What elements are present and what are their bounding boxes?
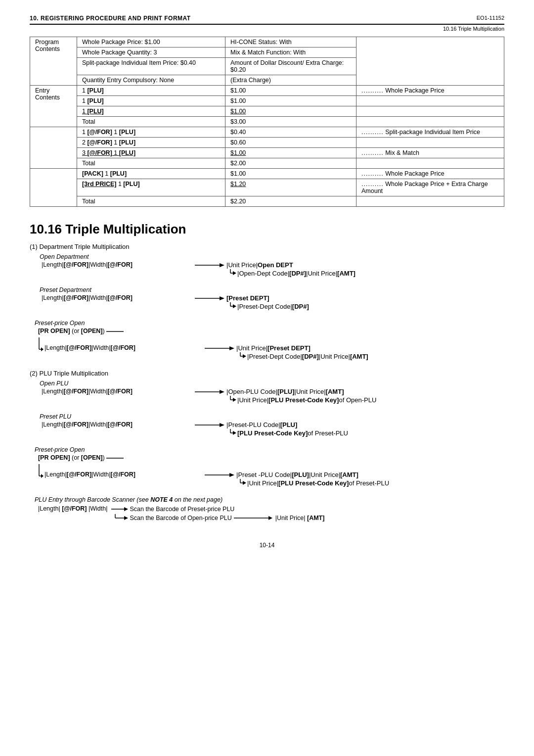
- preset-price-open-2-outputs: |Preset -PLU Code| [PLU] |Unit Price| [A…: [236, 471, 389, 487]
- table-row: [PACK] 1 [PLU] $1.00 .......... Whole Pa…: [30, 169, 504, 179]
- for-row3-note: .......... Mix & Match: [356, 148, 504, 158]
- barcode-line1: Scan the Barcode of Preset-price PLU: [111, 505, 324, 513]
- preset-price-open-2-label1: Preset-price Open: [35, 446, 504, 453]
- entry-row2-note: [356, 96, 504, 106]
- program-label: ProgramContents: [30, 37, 77, 86]
- for-row1-note: .......... Split-package Individual Item…: [356, 127, 504, 138]
- for-total-entry: Total: [77, 158, 225, 169]
- arrow-down-right-icon: [226, 429, 236, 437]
- table-row: Total $3.00: [30, 117, 504, 127]
- short-line-icon: [106, 454, 126, 462]
- open-plu-outputs: |Open-PLU Code| [PLU] |Unit Price| [AMT]…: [226, 388, 376, 404]
- preset-plu-block: Preset PLU |Length| [@/FOR] |Width| [@/F…: [35, 413, 504, 437]
- svg-marker-25: [220, 423, 224, 427]
- barcode-intro: PLU Entry through Barcode Scanner (see N…: [35, 496, 504, 503]
- open-plu-output-2: |Unit Price| [PLU Preset-Code Key] of Op…: [226, 396, 376, 404]
- pack-row2-note: .......... Whole Package Price + Extra C…: [356, 179, 504, 196]
- for-row3-entry: 3 [@/FOR] 1 [PLU]: [77, 148, 225, 158]
- pack-row1-price: $1.00: [225, 169, 356, 179]
- pack-row1-entry: [PACK] 1 [PLU]: [77, 169, 225, 179]
- svg-marker-23: [233, 398, 236, 402]
- empty-label-1: [30, 127, 77, 169]
- preset-price-open-2-output-1: |Preset -PLU Code| [PLU] |Unit Price| [A…: [236, 471, 389, 478]
- entry-row1-price: $1.00: [225, 86, 356, 96]
- preset-price-open-1-input: |Length| [@/FOR] |Width| [@/FOR]: [44, 344, 203, 351]
- entry-total1-price: $3.00: [225, 117, 356, 127]
- for-row1-price: $0.40: [225, 127, 356, 138]
- preset-price-open-1-outputs: |Unit Price| [Preset DEPT] |Preset-Dept …: [236, 344, 368, 361]
- barcode-flow: |Length| [@/FOR] |Width| Scan the Barcod…: [35, 505, 504, 522]
- table-row: Total $2.00: [30, 158, 504, 169]
- pack-total-note: [356, 196, 504, 207]
- preset-price-open-1-block: Preset-price Open [PR OPEN] (or [OPEN]): [35, 320, 504, 361]
- plu-triple-section: (2) PLU Triple Multiplication Open PLU |…: [30, 370, 504, 487]
- pack-total-entry: Total: [77, 196, 225, 207]
- long-arrow-icon: [234, 514, 273, 522]
- program-col2-row3: Split-package Individual Item Price: $0.…: [77, 58, 225, 75]
- table-row: Quantity Entry Compulsory: None (Extra C…: [30, 75, 504, 86]
- preset-plu-italic-label: Preset PLU: [40, 413, 504, 420]
- for-row3-price: $1.00: [225, 148, 356, 158]
- preset-dept-outputs: [Preset DEPT] |Preset-Dept Code| [DP#]: [226, 294, 309, 311]
- arrow-down-right-icon: [236, 352, 246, 360]
- table-row: 1 [PLU] $1.00: [30, 106, 504, 117]
- barcode-line2: Scan the Barcode of Open-price PLU |Unit…: [111, 514, 324, 522]
- pack-row2-price: $1.20: [225, 179, 356, 196]
- open-dept-outputs: |Unit Price| Open DEPT |Open-Dept Code| …: [226, 261, 356, 278]
- open-dept-flow-row: |Length| [@/FOR] |Width| [@/FOR] |Unit P…: [35, 261, 504, 278]
- preset-price-open-1-flow: |Length| [@/FOR] |Width| [@/FOR] |Unit P…: [35, 337, 504, 361]
- barcode-input: |Length| [@/FOR] |Width|: [35, 505, 107, 512]
- dept-triple-section: (1) Department Triple Multiplication Ope…: [30, 243, 504, 361]
- svg-marker-1: [220, 263, 224, 267]
- preset-dept-output-2: |Preset-Dept Code| [DP#]: [226, 302, 309, 310]
- down-arrow-container-2: [35, 464, 44, 479]
- entry-total1-entry: Total: [77, 117, 225, 127]
- program-col3-row2: Mix & Match Function: With: [225, 47, 356, 58]
- program-col2-row1: Whole Package Price: $1.00: [77, 37, 225, 47]
- svg-marker-42: [124, 516, 128, 520]
- barcode-section: PLU Entry through Barcode Scanner (see N…: [35, 496, 504, 522]
- for-total-note: [356, 158, 504, 169]
- open-plu-italic-label: Open PLU: [40, 380, 504, 387]
- preset-dept-arrow: [195, 294, 224, 302]
- arrow-right-icon: [205, 344, 234, 352]
- preset-plu-flow-row: |Length| [@/FOR] |Width| [@/FOR] |Preset…: [35, 421, 504, 437]
- preset-price-open-2-input: |Length| [@/FOR] |Width| [@/FOR]: [44, 471, 203, 478]
- for-total-price: $2.00: [225, 158, 356, 169]
- empty-label-2: [30, 169, 77, 207]
- preset-price-open-1-label1: Preset-price Open: [35, 320, 504, 327]
- open-plu-output-1: |Open-PLU Code| [PLU] |Unit Price| [AMT]: [226, 388, 376, 395]
- svg-marker-44: [268, 516, 272, 520]
- down-arrow-container: [35, 337, 44, 352]
- sub-header: 10.16 Triple Multiplication: [30, 26, 504, 32]
- table-row: Whole Package Quantity: 3 Mix & Match Fu…: [30, 47, 504, 58]
- table-row: 1 [PLU] $1.00: [30, 96, 504, 106]
- svg-marker-6: [220, 296, 224, 300]
- arrow-right-icon: [205, 471, 234, 479]
- arrow-right-icon: [195, 388, 224, 396]
- entry-row3-note: [356, 106, 504, 117]
- entry-row2-price: $1.00: [225, 96, 356, 106]
- down-then-right-arrow-icon-2: [35, 464, 44, 479]
- header-title: 10. REGISTERING PROCEDURE AND PRINT FORM…: [30, 15, 191, 22]
- table-row: [3rd PRICE] 1 [PLU] $1.20 .......... Who…: [30, 179, 504, 196]
- open-plu-input: |Length| [@/FOR] |Width| [@/FOR]: [35, 388, 193, 395]
- table-row: 1 [@/FOR] 1 [PLU] $0.40 .......... Split…: [30, 127, 504, 138]
- barcode-arrow-2-icon: [111, 514, 129, 522]
- preset-dept-block: Preset Department |Length| [@/FOR] |Widt…: [35, 286, 504, 311]
- program-col3-row3: Amount of Dollar Discount/ Extra Charge:…: [225, 58, 356, 75]
- preset-dept-flow-row: |Length| [@/FOR] |Width| [@/FOR] [Preset…: [35, 294, 504, 311]
- preset-plu-output-1: |Preset-PLU Code| [PLU]: [226, 421, 348, 428]
- entry-row2-entry: 1 [PLU]: [77, 96, 225, 106]
- barcode-output: |Unit Price| [AMT]: [275, 515, 325, 521]
- for-row2-note: [356, 138, 504, 148]
- preset-price-open-2-label2: [PR OPEN] (or [OPEN]): [35, 454, 504, 462]
- svg-marker-9: [233, 304, 236, 308]
- svg-marker-15: [229, 346, 234, 350]
- open-dept-italic-label: Open Department: [40, 253, 504, 260]
- arrow-down-right-icon: [226, 396, 236, 404]
- open-plu-flow-row: |Length| [@/FOR] |Width| [@/FOR] |Open-P…: [35, 388, 504, 404]
- program-col3-row1: HI-CONE Status: With: [225, 37, 356, 47]
- table-row: Split-package Individual Item Price: $0.…: [30, 58, 504, 75]
- table-row: EntryContents 1 [PLU] $1.00 .......... W…: [30, 86, 504, 96]
